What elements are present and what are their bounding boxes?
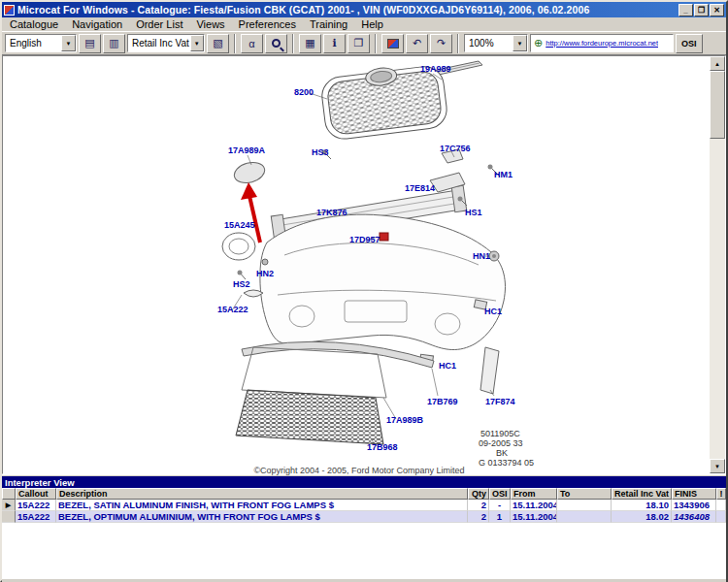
- table-empty-area: [2, 523, 726, 578]
- part-callout[interactable]: HN1: [473, 251, 490, 261]
- interpreter-view-title: Interpreter View: [5, 477, 75, 488]
- microcat-window: Microcat For Windows - Catalogue: Fiesta…: [0, 0, 728, 582]
- url-link[interactable]: http://www.fordeurope.microcat.net: [546, 39, 658, 48]
- info-icon: ℹ: [332, 37, 336, 49]
- part-callout[interactable]: 17B968: [367, 442, 398, 452]
- grid-icon: ▦: [305, 37, 314, 49]
- part-callout[interactable]: 17B769: [427, 397, 458, 406]
- parts-table-button[interactable]: ▦: [299, 34, 321, 53]
- part-callout[interactable]: 17A989A: [228, 146, 265, 155]
- column-header-from: From: [511, 488, 557, 500]
- page-setup-button[interactable]: ▤: [79, 34, 101, 53]
- zoom-level-select[interactable]: 100% ▼: [464, 34, 528, 52]
- maximize-button[interactable]: ❐: [694, 4, 709, 16]
- column-header-callout: Callout: [16, 488, 56, 500]
- row-selector-marker[interactable]: ▶: [2, 500, 16, 511]
- row-selector[interactable]: [2, 511, 16, 523]
- toolbar-separator: [292, 34, 294, 53]
- cell-finis: 1343906: [672, 500, 716, 511]
- part-callout[interactable]: 17A989B: [386, 415, 423, 425]
- cell-finis: 1436408: [672, 511, 716, 523]
- part-callout[interactable]: 17D957: [349, 235, 381, 244]
- toolbar-separator: [375, 34, 377, 53]
- table-row[interactable]: ▶ 15A222 BEZEL, SATIN ALUMINUM FINISH, W…: [2, 500, 726, 511]
- column-header-flag: !: [716, 488, 726, 500]
- cell-qty: 2: [468, 511, 489, 523]
- back-button[interactable]: ↶: [406, 34, 428, 53]
- alpha-index-button[interactable]: α: [241, 34, 263, 53]
- cell-flag: [716, 511, 726, 523]
- scroll-down-button[interactable]: ▼: [710, 459, 725, 473]
- column-header-finis: FINIS: [672, 488, 716, 500]
- table-row[interactable]: 15A222 BEZEL, OPTIMUM ALUMINIUM, WITH FR…: [2, 511, 726, 523]
- close-button[interactable]: ✕: [710, 4, 724, 16]
- part-callout[interactable]: 17C756: [440, 144, 471, 153]
- part-callout[interactable]: HC1: [439, 361, 456, 371]
- interpreter-view-header: Interpreter View: [2, 476, 726, 488]
- menu-item-order-list[interactable]: Order List: [129, 17, 189, 31]
- part-callout[interactable]: HS2: [233, 279, 250, 289]
- alpha-icon: α: [248, 38, 254, 49]
- status-strip: [2, 578, 726, 582]
- toolbar-separator: [234, 34, 236, 53]
- column-header-description: Description: [56, 488, 468, 500]
- part-callout[interactable]: HC1: [484, 307, 502, 316]
- info-button[interactable]: ℹ: [323, 34, 346, 53]
- part-callout[interactable]: 19A989: [420, 64, 451, 74]
- part-callout[interactable]: HS3: [312, 147, 329, 157]
- quote-icon: ▧: [213, 37, 222, 49]
- print-button[interactable]: ▥: [103, 34, 125, 53]
- globe-icon: ⊕: [534, 37, 543, 49]
- part-callout[interactable]: HM1: [494, 170, 513, 179]
- forward-button[interactable]: ↷: [430, 34, 452, 53]
- windows-icon: ❐: [354, 37, 364, 49]
- page-icon: ▤: [84, 37, 94, 49]
- scrollbar-thumb[interactable]: [710, 71, 725, 139]
- redo-arrow-icon: ↷: [437, 37, 446, 49]
- cell-osi: -: [489, 500, 511, 511]
- chevron-down-icon[interactable]: ▼: [61, 35, 76, 51]
- window-title: Microcat For Windows - Catalogue: Fiesta…: [17, 4, 678, 16]
- undo-arrow-icon: ↶: [413, 37, 421, 49]
- part-callout[interactable]: 17F874: [485, 397, 515, 406]
- language-select[interactable]: English ▼: [5, 34, 77, 52]
- cell-retail: 18.02: [612, 511, 672, 523]
- part-callout[interactable]: 15A245: [224, 220, 255, 230]
- chevron-down-icon[interactable]: ▼: [513, 35, 527, 51]
- graphic-index-button[interactable]: [381, 34, 404, 53]
- menu-item-training[interactable]: Training: [303, 17, 354, 31]
- quotation-button[interactable]: ▧: [207, 34, 229, 53]
- toolbar-separator: [457, 34, 459, 53]
- app-icon: [4, 5, 15, 16]
- cell-retail: 18.10: [612, 500, 672, 511]
- callout-layer: 19A989820017A989AHS317C756HM117E81417K87…: [3, 56, 700, 475]
- menu-item-help[interactable]: Help: [354, 17, 390, 31]
- selector-column-header: [2, 488, 16, 500]
- part-callout[interactable]: HS1: [465, 208, 482, 217]
- part-callout[interactable]: 15A222: [217, 305, 248, 314]
- column-header-osi: OSI: [489, 488, 511, 500]
- tile-windows-button[interactable]: ❐: [347, 34, 370, 53]
- osi-button[interactable]: OSI: [676, 34, 703, 53]
- menu-item-preferences[interactable]: Preferences: [232, 17, 303, 31]
- cell-description: BEZEL, OPTIMUM ALUMINIUM, WITH FRONT FOG…: [56, 511, 468, 523]
- part-callout[interactable]: HN2: [256, 269, 274, 278]
- menubar: CatalogueNavigationOrder ListViewsPrefer…: [2, 17, 726, 32]
- zoom-tool-button[interactable]: [265, 34, 287, 53]
- url-field[interactable]: ⊕ http://www.fordeurope.microcat.net: [530, 34, 674, 52]
- part-callout[interactable]: 17E814: [405, 183, 435, 193]
- minimize-button[interactable]: _: [678, 4, 693, 16]
- cell-description: BEZEL, SATIN ALUMINUM FINISH, WITH FRONT…: [56, 500, 468, 511]
- cell-qty: 2: [468, 500, 489, 511]
- price-mode-select[interactable]: Retail Inc Vat ▼: [127, 34, 205, 52]
- magnifier-icon: [272, 39, 281, 48]
- menu-item-navigation[interactable]: Navigation: [65, 17, 129, 31]
- scroll-up-button[interactable]: ▲: [710, 56, 725, 71]
- menu-item-views[interactable]: Views: [189, 17, 231, 31]
- chevron-down-icon[interactable]: ▼: [190, 35, 204, 51]
- vertical-scrollbar[interactable]: ▲ ▼: [710, 56, 725, 473]
- part-callout[interactable]: 17K876: [316, 208, 347, 217]
- part-callout[interactable]: 8200: [294, 87, 314, 97]
- toolbar: English ▼ ▤ ▥ Retail Inc Vat ▼ ▧ α ▦ ℹ ❐…: [2, 32, 726, 55]
- menu-item-catalogue[interactable]: Catalogue: [3, 17, 65, 31]
